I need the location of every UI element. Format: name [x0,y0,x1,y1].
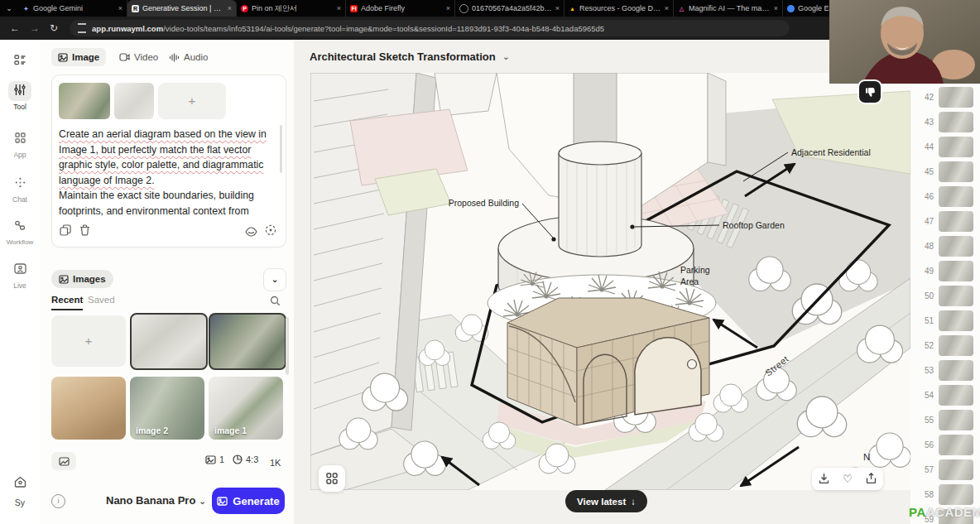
aspect-ratio-setting[interactable]: 4:3 [233,454,258,464]
url-field[interactable]: app.runwayml.com/video-tools/teams/info5… [70,20,790,36]
generation-thumbnail[interactable] [939,112,973,132]
generation-row[interactable]: 55 [915,410,980,430]
delete-icon[interactable] [79,224,90,239]
browser-tab-firefly[interactable]: Fl Adobe Firefly × [346,0,455,17]
generation-row[interactable]: 51 [915,310,980,331]
upload-image-tile[interactable]: + [51,315,126,367]
generation-thumbnail[interactable] [939,286,973,306]
generation-thumbnail[interactable] [939,161,973,182]
generation-thumbnail[interactable] [939,335,973,356]
library-thumbnail-building[interactable] [51,377,126,440]
collapse-images-button[interactable]: ⌄ [263,268,286,291]
model-selector[interactable]: Nano Banana Pro ⌄ [106,494,206,507]
generation-thumbnail[interactable] [939,459,973,480]
library-scrollbar[interactable] [286,317,289,375]
generation-row[interactable]: 46 [915,186,980,207]
focus-scan-icon[interactable] [265,224,276,239]
generation-thumbnail[interactable] [939,385,973,406]
generation-thumbnail[interactable] [939,484,973,505]
image-count-setting[interactable]: 1 [205,454,224,464]
generation-thumbnail[interactable] [939,137,973,157]
download-icon[interactable] [819,472,829,487]
generation-row[interactable]: 54 [915,385,980,406]
generation-row[interactable]: 49 [915,261,980,281]
like-icon[interactable]: ♡ [843,473,853,485]
prompt-input[interactable]: Create an aerial diagram based on the vi… [59,127,276,219]
generation-thumbnail[interactable] [939,261,973,281]
sidebar-item-tool[interactable]: Tool [0,81,40,111]
info-icon[interactable]: i [51,494,65,508]
tab-list-chevron-icon[interactable]: ⌄ [0,0,18,17]
generation-row[interactable]: 56 [915,435,980,455]
browser-tab-runway-active[interactable]: R Generative Session | Runw × [127,0,237,17]
site-info-icon[interactable] [78,23,86,33]
tab-saved[interactable]: Saved [88,295,115,305]
sidebar-item-chat[interactable]: Chat [0,174,40,204]
sidebar-item-home[interactable] [0,474,40,493]
generation-row[interactable]: 57 [915,459,980,480]
tab-close-icon[interactable]: × [665,4,669,12]
generation-row[interactable]: 53 [915,360,980,381]
share-icon[interactable] [866,472,877,487]
grid-view-button[interactable] [319,465,345,492]
sidebar-item-app[interactable]: App [0,129,40,159]
generation-row[interactable]: 52 [915,335,980,356]
generation-row[interactable]: 45 [915,161,980,182]
generation-row[interactable]: 50 [915,286,980,306]
session-title[interactable]: Architectural Sketch Transformation ⌄ [310,50,510,63]
tab-image[interactable]: Image [51,48,106,66]
generation-row[interactable]: 58 [915,484,980,505]
generate-button[interactable]: Generate [212,488,285,514]
tab-audio[interactable]: Audio [162,48,214,66]
generation-thumbnail[interactable] [939,87,973,108]
generation-thumbnail[interactable] [939,410,973,430]
generation-thumbnail[interactable] [939,186,973,207]
library-thumbnail-image1[interactable]: image 1 [209,377,283,440]
library-thumbnail-aerial-selected[interactable] [209,313,286,370]
add-reference-button[interactable]: + [158,83,226,119]
generation-row[interactable]: 48 [915,236,980,257]
generation-row[interactable]: 44 [915,137,980,157]
forward-icon[interactable]: → [30,22,40,34]
tab-recent[interactable]: Recent [51,295,83,305]
browser-tab-file[interactable]: 01670567a4a2a5f42b469 × [455,0,564,17]
tab-close-icon[interactable]: × [446,4,450,12]
thumbs-down-reaction-icon[interactable] [858,79,882,104]
tab-close-icon[interactable]: × [337,4,341,12]
tab-close-icon[interactable]: × [555,4,560,12]
tab-video[interactable]: Video [113,48,165,66]
generation-row[interactable]: 43 [915,112,980,132]
tab-close-icon[interactable]: × [118,4,122,12]
prompt-scrollbar[interactable] [280,125,282,173]
generation-thumbnail[interactable] [939,236,973,257]
generation-thumbnail[interactable] [939,435,973,455]
generation-row[interactable]: 47 [915,211,980,232]
sidebar-item-live[interactable]: Live [0,260,40,290]
view-latest-button[interactable]: View latest ↓ [565,490,647,512]
generation-row[interactable]: 42 [915,87,980,108]
reference-thumbnail-1[interactable] [59,83,110,119]
generated-diagram-image[interactable]: Proposed Building Adjacent Residential R… [310,73,910,490]
reload-icon[interactable]: ↻ [50,22,58,34]
image-reference-button[interactable] [51,452,76,470]
generation-thumbnail[interactable] [939,360,973,381]
resolution-setting[interactable]: 1K [270,454,281,469]
copy-icon[interactable] [60,224,71,239]
browser-tab-pinterest[interactable]: P Pin on 제안서 × [237,0,346,17]
search-icon[interactable] [270,295,281,310]
enhance-prompt-icon[interactable] [245,225,257,240]
sidebar-item-dashboard[interactable] [0,51,40,71]
sidebar-item-workflow[interactable]: Workflow [0,217,40,246]
reference-thumbnail-2[interactable] [114,83,154,119]
back-icon[interactable]: ← [10,22,20,34]
generation-thumbnail[interactable] [939,211,973,232]
browser-tab-drive[interactable]: ▲ Resources - Google Drive × [564,0,674,17]
browser-tab-gemini[interactable]: ✦ Google Gemini × [18,0,127,17]
generation-thumbnail[interactable] [939,310,973,331]
tab-close-icon[interactable]: × [774,4,778,12]
browser-tab-magnific[interactable]: △ Magnific AI — The magic × [674,0,783,17]
library-thumbnail-sketch-selected[interactable] [130,313,208,370]
library-thumbnail-image2[interactable]: image 2 [130,377,204,440]
user-initials[interactable]: Sy [0,498,40,507]
images-panel-pill[interactable]: Images [51,270,113,288]
